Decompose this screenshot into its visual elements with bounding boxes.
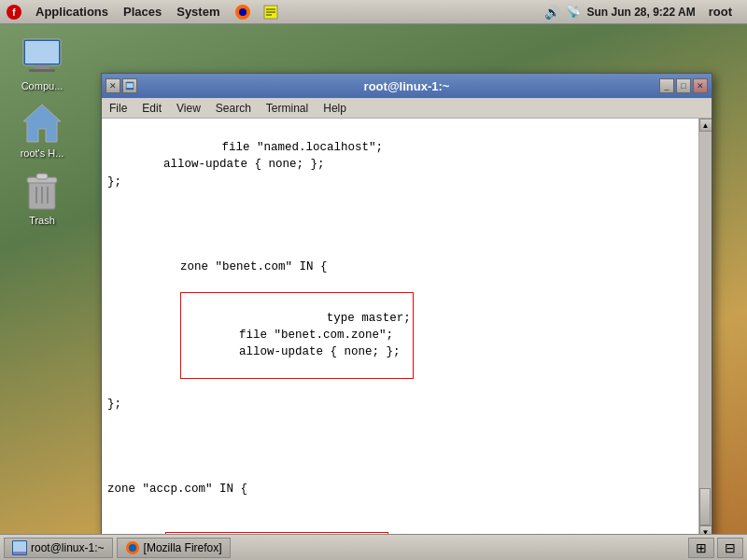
home-label: root's H... [21, 147, 64, 159]
desktop-icon-trash[interactable]: Trash [9, 168, 75, 226]
wm-close-btn[interactable]: ✕ [106, 78, 120, 93]
svg-rect-22 [13, 541, 26, 552]
terminal-window: ✕ root@linux-1:~ _ □ ✕ File Edit View Se… [101, 73, 712, 539]
network-icon: 📡 [566, 5, 581, 19]
desktop-icon-home[interactable]: root's H... [9, 101, 75, 159]
taskbar-terminal-btn[interactable]: root@linux-1:~ [4, 538, 113, 558]
svg-point-25 [129, 544, 136, 552]
svg-rect-10 [35, 65, 49, 69]
computer-label: Compu... [21, 80, 63, 91]
trash-icon [20, 168, 64, 213]
taskbar-right: ⊞ ⊟ [688, 538, 743, 558]
topbar-left: f Applications Places System [0, 2, 544, 22]
taskbar-terminal-icon [12, 540, 27, 555]
wm-maximize-btn[interactable]: □ [676, 78, 691, 93]
taskbar-firefox-label: [Mozilla Firefox] [144, 541, 222, 554]
show-desktop-btn[interactable]: ⊞ [688, 538, 714, 558]
desktop: f Applications Places System 🔊 📡 Sun Jun… [0, 0, 747, 560]
svg-rect-15 [36, 174, 48, 179]
wm-icon-btn [122, 78, 137, 93]
window-list-btn[interactable]: ⊟ [717, 538, 743, 558]
desktop-icons: Compu... root's H... Trash [9, 34, 75, 226]
topbar-right: 🔊 📡 Sun Jun 28, 9:22 AM root [544, 3, 747, 21]
svg-rect-9 [25, 41, 59, 63]
note-icon [261, 2, 281, 22]
terminal-titlebar: ✕ root@linux-1:~ _ □ ✕ [102, 74, 712, 98]
system-clock: Sun Jun 28, 9:22 AM [586, 6, 695, 19]
svg-rect-20 [126, 83, 133, 88]
wm-buttons-left: ✕ [106, 78, 154, 93]
scrollbar-up-btn[interactable]: ▲ [699, 119, 712, 132]
terminal-title: root@linux-1:~ [154, 79, 659, 93]
wm-buttons-right: _ □ ✕ [659, 78, 708, 93]
wm-minimize-btn[interactable]: _ [659, 78, 674, 93]
taskbar-firefox-icon [125, 540, 140, 555]
scrollbar-track [699, 132, 712, 525]
svg-point-3 [239, 8, 247, 16]
svg-rect-23 [13, 552, 26, 554]
scrollbar-thumb[interactable] [699, 488, 711, 525]
home-icon [20, 101, 64, 146]
svg-rect-11 [29, 69, 55, 72]
menu-edit[interactable]: Edit [134, 100, 169, 117]
menu-search[interactable]: Search [208, 100, 259, 117]
fedora-icon: f [4, 2, 24, 22]
firefox-icon [233, 2, 253, 22]
topbar: f Applications Places System 🔊 📡 Sun Jun… [0, 0, 747, 24]
topbar-user: root [701, 3, 740, 21]
terminal-menubar: File Edit View Search Terminal Help [102, 98, 712, 119]
svg-marker-12 [23, 105, 61, 142]
taskbar-terminal-label: root@linux-1:~ [31, 541, 105, 554]
trash-label: Trash [29, 215, 55, 226]
desktop-icon-computer[interactable]: Compu... [9, 34, 75, 91]
taskbar-firefox-btn[interactable]: [Mozilla Firefox] [117, 538, 231, 558]
volume-icon: 🔊 [544, 5, 560, 20]
places-menu[interactable]: Places [116, 3, 169, 21]
applications-menu[interactable]: Applications [28, 3, 116, 21]
menu-file[interactable]: File [102, 100, 134, 117]
wm-close-btn-right[interactable]: ✕ [693, 78, 708, 93]
terminal-scrollbar[interactable]: ▲ ▼ [698, 119, 712, 539]
menu-view[interactable]: View [169, 100, 208, 117]
menu-terminal[interactable]: Terminal [259, 100, 316, 117]
computer-icon [20, 34, 64, 78]
system-menu[interactable]: System [169, 3, 227, 21]
taskbar: root@linux-1:~ [Mozilla Firefox] ⊞ ⊟ [0, 534, 747, 560]
menu-help[interactable]: Help [316, 100, 354, 117]
terminal-text[interactable]: file "named.localhost"; allow-update { n… [102, 119, 698, 539]
terminal-content: file "named.localhost"; allow-update { n… [102, 119, 712, 539]
